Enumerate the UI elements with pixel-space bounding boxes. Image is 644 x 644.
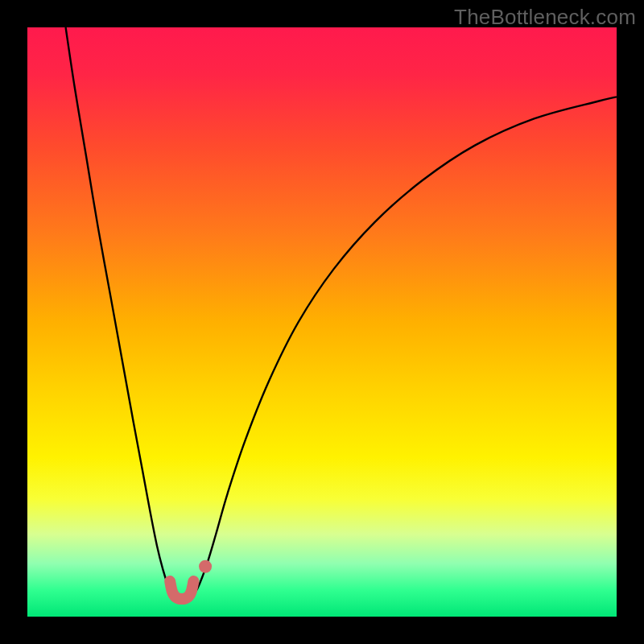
watermark-text: TheBottleneck.com: [454, 5, 636, 30]
series-valley-dot-right: [199, 560, 212, 573]
plot-area: [27, 27, 617, 617]
bottleneck-chart: [27, 27, 617, 617]
chart-frame: TheBottleneck.com: [0, 0, 644, 644]
